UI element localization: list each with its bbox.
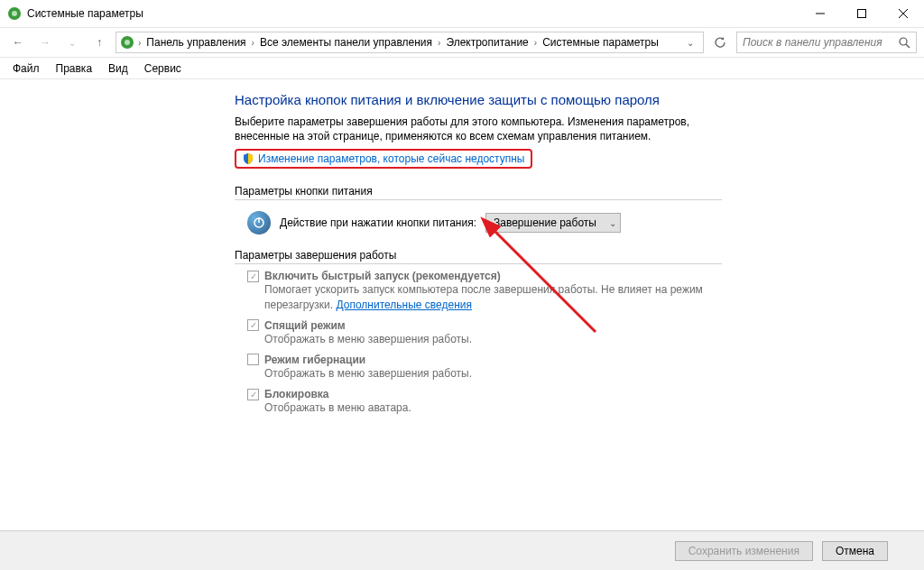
page-description: Выберите параметры завершения работы для…	[235, 115, 722, 143]
control-panel-icon	[120, 35, 134, 50]
power-button-section-title: Параметры кнопки питания	[235, 185, 722, 200]
breadcrumb-dropdown[interactable]: ⌄	[681, 38, 699, 48]
breadcrumb[interactable]: › Панель управления › Все элементы панел…	[116, 32, 704, 53]
breadcrumb-segment[interactable]: Электропитание	[442, 32, 531, 52]
svg-line-9	[906, 44, 910, 48]
breadcrumb-segment[interactable]: Панель управления	[143, 32, 249, 52]
svg-point-7	[125, 40, 130, 45]
lock-label: Блокировка	[264, 388, 329, 400]
svg-point-1	[12, 11, 17, 16]
search-placeholder: Поиск в панели управления	[743, 36, 882, 49]
breadcrumb-segment[interactable]: Системные параметры	[539, 32, 662, 52]
nav-recent-button[interactable]: ⌄	[61, 32, 83, 53]
power-icon	[247, 211, 271, 234]
app-icon	[7, 6, 22, 21]
menu-view[interactable]: Вид	[101, 60, 135, 77]
fast-startup-checkbox[interactable]	[247, 271, 259, 282]
chevron-right-icon: ›	[250, 38, 256, 48]
sleep-checkbox[interactable]	[247, 319, 259, 331]
menu-service[interactable]: Сервис	[137, 60, 189, 77]
lock-desc: Отображать в меню аватара.	[264, 400, 735, 415]
nav-forward-button[interactable]: →	[34, 32, 56, 53]
maximize-button[interactable]	[841, 0, 882, 27]
learn-more-link[interactable]: Дополнительные сведения	[336, 299, 471, 311]
minimize-button[interactable]	[799, 0, 841, 27]
chevron-right-icon: ›	[136, 38, 143, 48]
change-unavailable-settings-text: Изменение параметров, которые сейчас нед…	[258, 152, 525, 165]
shield-icon	[242, 152, 254, 165]
sleep-desc: Отображать в меню завершения работы.	[264, 332, 735, 346]
svg-point-8	[900, 38, 907, 45]
hibernate-desc: Отображать в меню завершения работы.	[264, 366, 735, 381]
search-icon	[899, 37, 910, 49]
menu-file[interactable]: Файл	[5, 60, 47, 77]
power-button-action-label: Действие при нажатии кнопки питания:	[280, 216, 476, 229]
lock-checkbox[interactable]	[247, 389, 259, 400]
search-input[interactable]: Поиск в панели управления	[736, 32, 917, 53]
chevron-down-icon: ⌄	[609, 218, 616, 228]
hibernate-checkbox[interactable]	[247, 354, 259, 365]
menu-edit[interactable]: Правка	[49, 60, 100, 77]
chevron-right-icon: ›	[436, 38, 442, 48]
cancel-button[interactable]: Отмена	[822, 541, 888, 561]
hibernate-label: Режим гибернации	[264, 354, 365, 366]
window-title: Системные параметры	[27, 7, 799, 20]
shutdown-section-title: Параметры завершения работы	[235, 249, 722, 264]
save-button[interactable]: Сохранить изменения	[675, 541, 813, 561]
power-button-action-value: Завершение работы	[494, 216, 596, 229]
refresh-button[interactable]	[709, 32, 731, 53]
menu-bar: Файл Правка Вид Сервис	[0, 58, 924, 79]
close-button[interactable]	[882, 0, 924, 27]
power-button-action-select[interactable]: Завершение работы ⌄	[485, 213, 621, 233]
svg-rect-3	[858, 10, 866, 18]
fast-startup-label: Включить быстрый запуск (рекомендуется)	[264, 270, 501, 282]
sleep-label: Спящий режим	[264, 319, 346, 332]
chevron-right-icon: ›	[532, 38, 539, 48]
nav-back-button[interactable]: ←	[7, 32, 29, 53]
breadcrumb-segment[interactable]: Все элементы панели управления	[256, 32, 436, 52]
page-heading: Настройка кнопок питания и включение защ…	[235, 92, 924, 107]
change-unavailable-settings-link[interactable]: Изменение параметров, которые сейчас нед…	[235, 149, 532, 169]
nav-up-button[interactable]: ↑	[88, 32, 110, 53]
fast-startup-desc: Помогает ускорить запуск компьютера посл…	[264, 283, 703, 310]
